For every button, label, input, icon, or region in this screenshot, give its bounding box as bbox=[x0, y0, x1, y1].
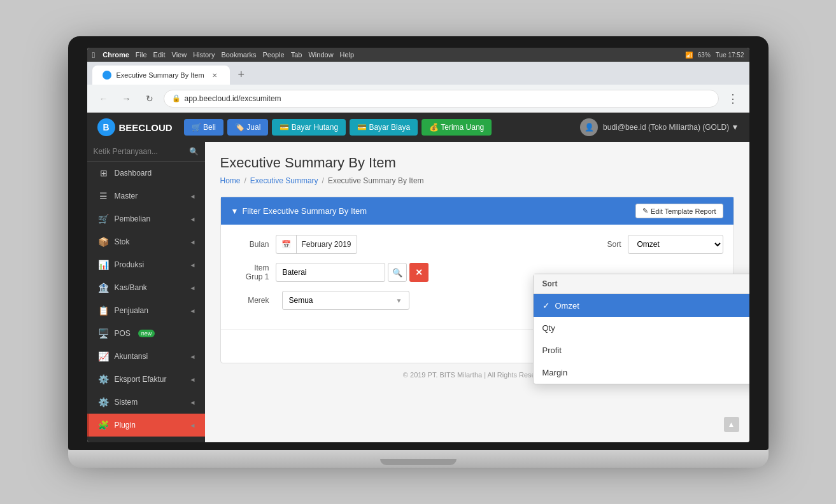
penjualan-arrow: ◄ bbox=[190, 307, 196, 314]
item-search-button[interactable]: 🔍 bbox=[388, 263, 407, 282]
tab-close-button[interactable]: ✕ bbox=[209, 70, 220, 80]
sidebar-item-kasbank[interactable]: 🏦 Kas/Bank ◄ bbox=[87, 276, 205, 299]
breadcrumb-executive-summary[interactable]: Executive Summary bbox=[250, 176, 318, 185]
url-bar[interactable]: 🔒 app.beecloud.id/excsumitem bbox=[164, 90, 719, 108]
merek-select[interactable]: Semua ▼ bbox=[282, 291, 409, 310]
sidebar-item-pembelian[interactable]: 🛒 Pembelian ◄ bbox=[87, 207, 205, 230]
beli-button[interactable]: 🛒 Beli bbox=[184, 119, 223, 136]
macos-menubar:  Chrome File Edit View History Bookmark… bbox=[87, 48, 749, 62]
back-button[interactable]: ← bbox=[95, 90, 113, 108]
eksport-icon: ⚙️ bbox=[98, 374, 110, 384]
sidebar-label-master: Master bbox=[115, 192, 138, 200]
produksi-icon: 📊 bbox=[98, 260, 110, 270]
filter-card: ▼ Filter Executive Summary By Item ✎ Edi… bbox=[220, 197, 734, 363]
dropdown-item-margin[interactable]: Margin bbox=[534, 361, 749, 384]
menu-view[interactable]: View bbox=[172, 51, 187, 59]
merek-arrow-icon: ▼ bbox=[396, 297, 402, 304]
new-tab-button[interactable]: + bbox=[232, 66, 250, 83]
date-value: February 2019 bbox=[297, 240, 357, 249]
dropdown-item-omzet[interactable]: ✓ Omzet bbox=[534, 294, 749, 317]
sidebar-label-eksport: Eksport Efaktur bbox=[115, 375, 167, 384]
user-avatar: 👤 bbox=[580, 118, 598, 136]
dropdown-label-profit: Profit bbox=[542, 346, 562, 355]
laptop-base bbox=[68, 450, 769, 468]
sidebar-label-stok: Stok bbox=[115, 237, 130, 246]
chrome-addressbar: ← → ↻ 🔒 app.beecloud.id/excsumitem ⋮ bbox=[87, 85, 749, 113]
sistem-arrow: ◄ bbox=[190, 399, 196, 406]
filter-title: Filter Executive Summary By Item bbox=[242, 206, 367, 216]
sidebar-item-plugin[interactable]: 🧩 Plugin ◄ bbox=[87, 414, 205, 437]
forward-button[interactable]: → bbox=[118, 90, 136, 108]
menu-tab[interactable]: Tab bbox=[291, 51, 302, 59]
sidebar-search-box: 🔍 bbox=[87, 142, 205, 162]
edit-template-button[interactable]: ✎ Edit Template Report bbox=[635, 204, 723, 218]
app-body: 🔍 ⊞ Dashboard ☰ Master ◄ 🛒 bbox=[87, 142, 749, 442]
sort-label: Sort bbox=[607, 240, 621, 249]
breadcrumb-current: Executive Summary By Item bbox=[328, 176, 424, 185]
sidebar-item-pos[interactable]: 🖥️ POS new bbox=[87, 322, 205, 345]
sidebar-label-penjualan: Penjualan bbox=[115, 306, 148, 315]
sidebar-item-master[interactable]: ☰ Master ◄ bbox=[87, 185, 205, 207]
stok-arrow: ◄ bbox=[190, 239, 196, 246]
item-search-group: 🔍 ✕ bbox=[276, 263, 429, 282]
url-text: app.beecloud.id/excsumitem bbox=[185, 94, 281, 103]
item-grup-field: ItemGrup 1 🔍 ✕ bbox=[231, 263, 429, 282]
sidebar-label-produksi: Produksi bbox=[115, 260, 145, 269]
menu-bookmarks[interactable]: Bookmarks bbox=[221, 51, 256, 59]
terima-uang-button[interactable]: 💰 Terima Uang bbox=[422, 119, 492, 136]
penjualan-icon: 📋 bbox=[98, 305, 110, 316]
sidebar-submenu-tambah-plugin[interactable]: + Tambah Plugin bbox=[87, 437, 205, 442]
user-menu[interactable]: 👤 budi@bee.id (Toko Miliartha) (GOLD) ▼ bbox=[580, 118, 739, 136]
calendar-icon[interactable]: 📅 bbox=[276, 235, 297, 253]
jual-button[interactable]: 🏷️ Jual bbox=[227, 119, 268, 136]
menu-file[interactable]: File bbox=[136, 51, 147, 59]
bulan-label: Bulan bbox=[231, 240, 269, 249]
tab-title: Executive Summary By Item bbox=[117, 71, 204, 79]
chrome-tab-active[interactable]: Executive Summary By Item ✕ bbox=[92, 66, 230, 85]
item-input[interactable] bbox=[276, 263, 385, 282]
bayar-hutang-button[interactable]: 💳 Bayar Hutang bbox=[272, 119, 346, 136]
pos-badge: new bbox=[138, 330, 155, 337]
filter-icon: ▼ bbox=[231, 207, 239, 216]
menu-edit[interactable]: Edit bbox=[153, 51, 166, 59]
edit-template-label: Edit Template Report bbox=[651, 207, 716, 215]
kasbank-icon: 🏦 bbox=[98, 283, 110, 293]
sistem-icon: ⚙️ bbox=[98, 397, 110, 407]
breadcrumb-home[interactable]: Home bbox=[220, 176, 241, 185]
sidebar-item-stok[interactable]: 📦 Stok ◄ bbox=[87, 230, 205, 253]
scroll-to-top-button[interactable]: ▲ bbox=[724, 417, 739, 432]
app-navbar: B BEECLOUD 🛒 Beli 🏷️ Jual 💳 Bayar Hutang… bbox=[87, 113, 749, 142]
item-clear-button[interactable]: ✕ bbox=[409, 263, 429, 282]
bayar-biaya-button[interactable]: 💳 Bayar Biaya bbox=[350, 119, 418, 136]
dropdown-item-qty[interactable]: Qty bbox=[534, 317, 749, 339]
chrome-tabbar: Executive Summary By Item ✕ + bbox=[87, 62, 749, 85]
plugin-arrow: ◄ bbox=[190, 422, 196, 429]
sidebar-item-sistem[interactable]: ⚙️ Sistem ◄ bbox=[87, 391, 205, 414]
menu-chrome[interactable]: Chrome bbox=[103, 51, 129, 59]
sort-select[interactable]: Omzet Qty Profit Margin bbox=[628, 235, 723, 254]
extensions-button[interactable]: ⋮ bbox=[724, 90, 742, 108]
sidebar-search-input[interactable] bbox=[94, 147, 189, 156]
sidebar-item-akuntansi[interactable]: 📈 Akuntansi ◄ bbox=[87, 345, 205, 368]
dropdown-item-profit[interactable]: Profit bbox=[534, 339, 749, 361]
pembelian-arrow: ◄ bbox=[190, 216, 196, 223]
menu-window[interactable]: Window bbox=[308, 51, 333, 59]
date-picker[interactable]: 📅 February 2019 bbox=[276, 235, 357, 254]
sidebar-item-dashboard[interactable]: ⊞ Dashboard bbox=[87, 162, 205, 185]
laptop-frame:  Chrome File Edit View History Bookmark… bbox=[68, 36, 769, 468]
sidebar-item-penjualan[interactable]: 📋 Penjualan ◄ bbox=[87, 299, 205, 322]
menu-history[interactable]: History bbox=[193, 51, 215, 59]
item-grup-label: ItemGrup 1 bbox=[231, 263, 269, 281]
stok-icon: 📦 bbox=[98, 237, 110, 247]
akuntansi-icon: 📈 bbox=[98, 351, 110, 361]
sidebar-item-produksi[interactable]: 📊 Produksi ◄ bbox=[87, 253, 205, 276]
sidebar-search-icon[interactable]: 🔍 bbox=[189, 147, 199, 156]
reload-button[interactable]: ↻ bbox=[141, 90, 159, 108]
page-content: Executive Summary By Item Home / Executi… bbox=[205, 142, 749, 442]
menu-people[interactable]: People bbox=[262, 51, 284, 59]
sidebar-item-eksport[interactable]: ⚙️ Eksport Efaktur ◄ bbox=[87, 368, 205, 391]
laptop-notch bbox=[380, 459, 457, 465]
breadcrumb-sep-1: / bbox=[244, 176, 246, 185]
menu-help[interactable]: Help bbox=[340, 51, 355, 59]
pembelian-icon: 🛒 bbox=[98, 214, 110, 224]
